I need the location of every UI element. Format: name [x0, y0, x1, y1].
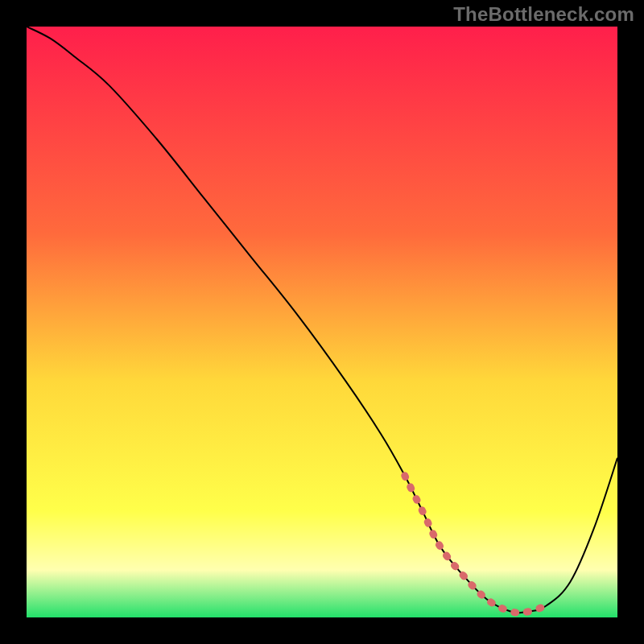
- chart-frame: TheBottleneck.com: [0, 0, 644, 644]
- optimal-zone-highlight: [405, 476, 547, 613]
- curve-layer: [27, 27, 617, 617]
- bottleneck-curve: [27, 27, 617, 613]
- watermark-text: TheBottleneck.com: [453, 3, 634, 26]
- plot-area: [27, 27, 617, 617]
